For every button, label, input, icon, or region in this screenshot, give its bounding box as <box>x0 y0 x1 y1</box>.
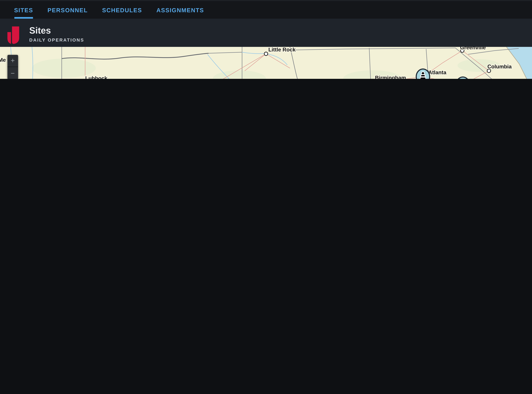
top-nav: SITESPERSONNELSCHEDULESASSIGNMENTS <box>0 0 532 19</box>
tab-personnel[interactable]: PERSONNEL <box>47 1 88 19</box>
site-marker-cone-icon[interactable] <box>416 69 430 79</box>
zoom-out-button[interactable]: − <box>7 67 18 79</box>
city-label-columbia: Columbia <box>487 64 512 70</box>
page-header: Sites DAILY OPERATIONS CREATE NEW + SEAR… <box>0 19 532 47</box>
app-window: SITESPERSONNELSCHEDULESASSIGNMENTS Sites… <box>0 0 532 79</box>
city-label-birmingham: Birmingham <box>375 75 406 79</box>
city-dot-little-rock <box>264 52 268 56</box>
city-label-little-rock: Little Rock <box>268 47 296 53</box>
city-label-greenville: Greenville <box>460 47 486 51</box>
tab-assignments[interactable]: ASSIGNMENTS <box>157 1 204 19</box>
tab-schedules[interactable]: SCHEDULES <box>102 1 142 19</box>
city-label-lubbock: Lubbock <box>85 75 107 79</box>
map-label-me: Me <box>0 57 6 63</box>
nav-tabs: SITESPERSONNELSCHEDULESASSIGNMENTS <box>14 1 204 19</box>
page-title: Sites <box>29 26 51 36</box>
city-label-atlanta: Atlanta <box>428 70 446 76</box>
tab-sites[interactable]: SITES <box>14 1 33 19</box>
zoom-in-button[interactable]: + <box>7 55 18 67</box>
juvare-logo-icon <box>6 26 20 45</box>
sites-map[interactable]: TexasLouisianaMississippiAlabamaGeorgiaB… <box>0 47 532 79</box>
page-subtitle: DAILY OPERATIONS <box>29 37 84 43</box>
map-zoom-control: + − <box>7 55 18 79</box>
